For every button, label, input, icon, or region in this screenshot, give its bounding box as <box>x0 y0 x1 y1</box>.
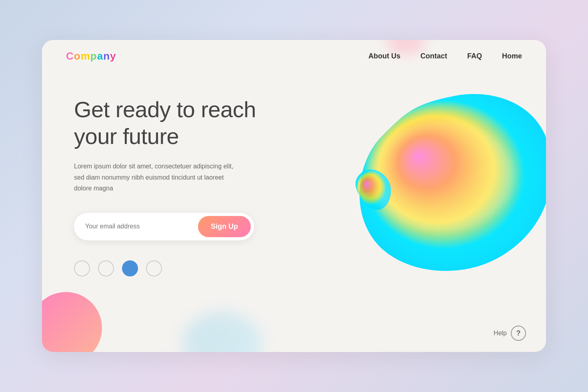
dot-3-active[interactable] <box>122 260 138 276</box>
nav-item-contact[interactable]: Contact <box>420 52 447 60</box>
dot-2[interactable] <box>98 260 114 276</box>
logo-letter-o: o <box>74 50 81 62</box>
hero-title: Get ready to reach your future <box>74 96 290 150</box>
dot-1[interactable] <box>74 260 90 276</box>
nav-link-about[interactable]: About Us <box>368 52 400 60</box>
pagination-dots <box>74 260 290 276</box>
nav-link-home[interactable]: Home <box>502 52 522 60</box>
hero-description: Lorem ipsum dolor sit amet, consectetuer… <box>74 161 242 194</box>
logo-letter-m: m <box>81 50 90 62</box>
nav-link-contact[interactable]: Contact <box>420 52 447 60</box>
logo-letter-n: n <box>103 50 110 62</box>
logo-letter-a: a <box>97 50 103 62</box>
nav-item-home[interactable]: Home <box>502 52 522 60</box>
blob-bottom-center <box>182 312 262 352</box>
nav-link-faq[interactable]: FAQ <box>467 52 482 60</box>
help-label: Help <box>494 330 507 337</box>
svg-point-0 <box>370 120 514 232</box>
email-form: Sign Up <box>74 213 254 240</box>
navbar: Company About Us Contact FAQ Home <box>42 40 546 72</box>
help-section: Help ? <box>494 326 526 341</box>
blob-bottom-left <box>42 292 102 352</box>
nav-links: About Us Contact FAQ Home <box>368 52 522 60</box>
nav-item-faq[interactable]: FAQ <box>467 52 482 60</box>
logo[interactable]: Company <box>66 50 116 62</box>
main-card: Company About Us Contact FAQ Home Get re… <box>42 40 546 352</box>
help-button[interactable]: ? <box>511 326 526 341</box>
email-input[interactable] <box>85 223 198 230</box>
hero-content: Get ready to reach your future Lorem ips… <box>74 96 290 276</box>
dot-4[interactable] <box>146 260 162 276</box>
logo-letter-y: y <box>110 50 116 62</box>
logo-letter-c: C <box>66 50 74 62</box>
nav-item-about[interactable]: About Us <box>368 52 400 60</box>
signup-button[interactable]: Sign Up <box>198 216 251 237</box>
fluid-blob <box>326 72 546 296</box>
logo-letter-p: p <box>90 50 97 62</box>
